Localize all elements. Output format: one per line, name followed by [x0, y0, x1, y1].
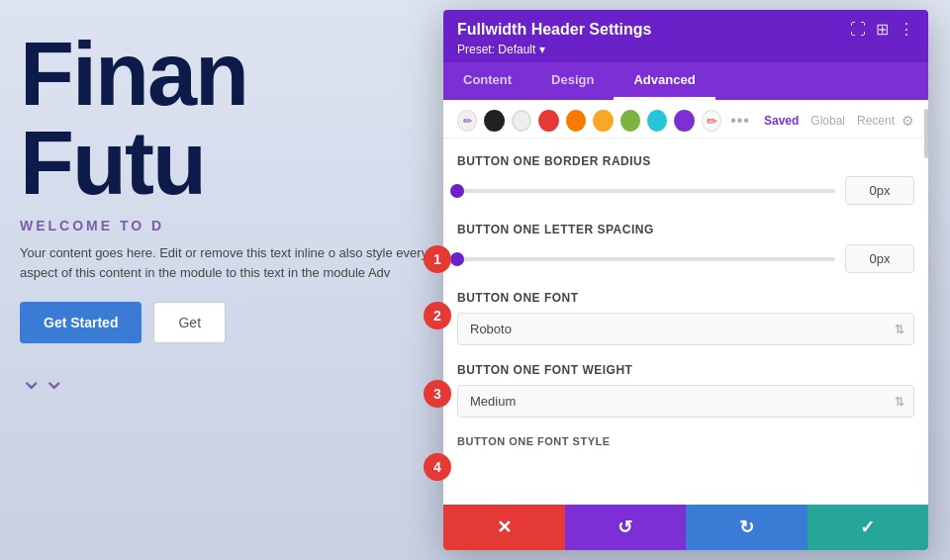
swatch-red[interactable]	[538, 110, 558, 132]
panel-footer: ✕ ↺ ↻ ✓	[443, 505, 928, 550]
page-heading-line2: Futu	[20, 119, 205, 208]
secondary-button[interactable]: Get	[153, 302, 226, 343]
panel-title: Fullwidth Header Settings	[457, 21, 651, 39]
field-font-style-label: Button One Font Style	[457, 435, 914, 453]
resize-handle[interactable]	[924, 109, 928, 158]
chevron-down-icon: ⌄⌄	[20, 363, 65, 396]
field-letter-spacing-label: Button One Letter Spacing	[457, 223, 914, 236]
more-options-icon[interactable]: ⋮	[899, 20, 914, 39]
field-font-label: Button One Font	[457, 291, 914, 305]
preset-label: Preset: Default	[457, 43, 535, 56]
tab-advanced[interactable]: Advanced	[614, 62, 714, 100]
panel-body: Button One Border Radius Button One Lett…	[443, 139, 928, 505]
page-heading-line1: Finan	[20, 30, 247, 119]
panel-header-icons: ⛶ ⊞ ⋮	[850, 20, 914, 39]
page-body-text: Your content goes here. Edit or remove t…	[20, 243, 435, 282]
swatch-green[interactable]	[620, 110, 640, 132]
border-radius-slider[interactable]	[457, 181, 835, 201]
redo-button[interactable]: ↻	[686, 505, 808, 550]
swatch-purple[interactable]	[674, 110, 694, 132]
swatch-tabs: Saved Global Recent	[764, 114, 895, 128]
preset-arrow-icon: ▾	[539, 43, 545, 56]
cancel-button[interactable]: ✕	[443, 505, 565, 550]
field-font: Button One Font Roboto Open Sans Lato Mo…	[457, 291, 914, 345]
field-font-weight-label: Button One Font Weight	[457, 363, 914, 377]
step-badge-4: 4	[424, 453, 451, 481]
field-letter-spacing: Button One Letter Spacing	[457, 223, 914, 273]
swatch-cyan[interactable]	[647, 110, 667, 132]
expand-icon[interactable]: ⛶	[850, 21, 866, 39]
field-font-weight: Button One Font Weight Thin Light Regula…	[457, 363, 914, 418]
get-started-button[interactable]: Get Started	[20, 302, 142, 343]
swatch-more-dots[interactable]: •••	[730, 112, 750, 130]
save-button[interactable]: ✓	[808, 505, 929, 550]
swatch-orange[interactable]	[566, 110, 586, 132]
swatch-black[interactable]	[484, 110, 504, 132]
field-border-radius-label: Button One Border Radius	[457, 154, 914, 168]
grid-icon[interactable]: ⊞	[876, 20, 889, 39]
letter-spacing-slider[interactable]	[457, 249, 835, 269]
step-badge-3: 3	[424, 380, 451, 408]
swatch-gradient-icon[interactable]: ✏	[702, 110, 721, 132]
field-border-radius: Button One Border Radius	[457, 154, 914, 205]
swatch-tab-recent[interactable]: Recent	[857, 114, 895, 128]
step-badge-2: 2	[424, 302, 451, 329]
letter-spacing-input[interactable]	[845, 244, 914, 273]
font-select[interactable]: Roboto Open Sans Lato Montserrat	[457, 313, 914, 345]
swatches-row: ✏ ✏ ••• Saved Global Recent ⚙	[443, 100, 928, 139]
swatch-white[interactable]	[512, 110, 531, 132]
preset-selector[interactable]: Preset: Default ▾	[457, 43, 914, 62]
swatch-settings-icon[interactable]: ⚙	[902, 113, 914, 129]
page-subheading: Welcome to D	[20, 218, 164, 233]
field-font-style-partial: Button One Font Style	[457, 435, 914, 453]
step-badge-1: 1	[424, 245, 451, 273]
swatch-tab-saved[interactable]: Saved	[764, 114, 799, 128]
border-radius-input[interactable]	[845, 176, 914, 205]
reset-button[interactable]: ↺	[565, 505, 687, 550]
tab-design[interactable]: Design	[531, 62, 614, 100]
settings-panel: Fullwidth Header Settings ⛶ ⊞ ⋮ Preset: …	[443, 10, 928, 550]
swatch-tab-global[interactable]: Global	[810, 114, 845, 128]
tab-content[interactable]: Content	[443, 62, 531, 100]
color-picker-icon[interactable]: ✏	[457, 110, 477, 132]
panel-header: Fullwidth Header Settings ⛶ ⊞ ⋮ Preset: …	[443, 10, 928, 62]
panel-tabs: Content Design Advanced	[443, 62, 928, 100]
swatch-yellow[interactable]	[593, 110, 613, 132]
font-weight-select[interactable]: Thin Light Regular Medium Bold Black	[457, 385, 914, 418]
